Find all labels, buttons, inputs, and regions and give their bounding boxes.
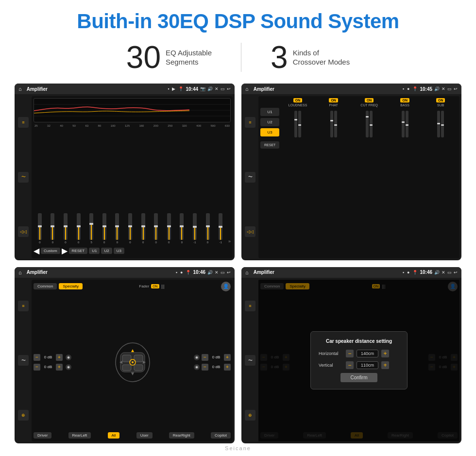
fader-on-btn[interactable]: ON	[151, 284, 159, 288]
play-mini-icon-1: ▶	[172, 86, 175, 91]
left-controls-3: ≡ 〜 ⊕	[17, 280, 30, 442]
channels-row: ON LOUDNESS ON PHAT	[281, 98, 458, 256]
back-icon-4[interactable]: ↩	[454, 270, 458, 275]
copilot-btn[interactable]: Copilot	[211, 432, 231, 439]
vol-label-1: 0 dB	[42, 355, 54, 359]
app-title-2: Amplifier	[254, 86, 400, 92]
phat-sliders	[330, 108, 337, 137]
eq-icon-btn[interactable]: ≡	[18, 117, 29, 128]
vol-btn-4[interactable]: ⊕	[245, 410, 255, 421]
rearright-btn[interactable]: RearRight	[169, 432, 194, 439]
camera-icon-1: 📷	[200, 86, 205, 91]
stat-item-eq: 30 EQ Adjustable Segments	[97, 42, 241, 73]
volume-icon-3: 🔊	[207, 270, 213, 275]
vol-btn-3[interactable]: ⊕	[18, 410, 29, 421]
horizontal-plus[interactable]: +	[381, 350, 389, 357]
home-icon-3[interactable]: ⌂	[18, 270, 22, 275]
vol-minus-3[interactable]: −	[202, 354, 208, 361]
screen1-content: ≡ 〜 ◁◁	[15, 94, 235, 260]
u1-btn-2[interactable]: U1	[260, 108, 279, 116]
eq-main: 25 32 40 50 63 80 100 125 160 200 250 32…	[32, 96, 233, 258]
wave-btn-2[interactable]: 〜	[245, 172, 255, 183]
vol-minus-4[interactable]: −	[202, 364, 208, 371]
volume-icon-1: 🔊	[207, 86, 213, 91]
wave-btn-3[interactable]: 〜	[18, 355, 29, 366]
vol-plus-3[interactable]: +	[224, 354, 231, 361]
app-title-1: Amplifier	[27, 86, 165, 92]
vol-minus-1[interactable]: −	[34, 354, 40, 361]
u1-btn-1[interactable]: U1	[89, 248, 100, 254]
horizontal-minus[interactable]: −	[346, 350, 354, 357]
dialog-row-horizontal: Horizontal − 140cm +	[319, 350, 399, 357]
wave-btn-4[interactable]: 〜	[245, 355, 255, 366]
bottom-controls-1: ◀ Custom ▶ RESET U1 U2 U3	[34, 245, 231, 256]
prev-btn[interactable]: ◀	[34, 246, 39, 255]
vol-plus-1[interactable]: +	[56, 354, 63, 361]
crossover-main: U1 U2 U3 RESET ON LOUDNESS	[258, 96, 459, 258]
vol-plus-4[interactable]: +	[224, 364, 231, 371]
home-icon-2[interactable]: ⌂	[245, 86, 249, 92]
reset-btn-2[interactable]: RESET	[260, 141, 279, 149]
user-avatar: 👤	[221, 282, 231, 291]
reset-btn-1[interactable]: RESET	[69, 248, 88, 254]
svg-rect-7	[122, 365, 131, 371]
vertical-plus[interactable]: +	[381, 361, 389, 369]
phat-on-btn[interactable]: ON	[329, 98, 338, 102]
location-icon-3: 📍	[186, 270, 191, 275]
close-icon-2[interactable]: ✕	[442, 86, 445, 91]
vol-row-1: − 0 dB + ◉	[34, 354, 71, 361]
u2-btn-1[interactable]: U2	[101, 248, 112, 254]
page-wrapper: Buith-in 30EQ DSP Sound System 30 EQ Adj…	[0, 0, 476, 456]
user-btn[interactable]: User	[136, 432, 153, 439]
vol-row-3: ◉ − 0 dB +	[194, 354, 231, 361]
slider-13: -1	[188, 213, 201, 244]
u3-btn-1[interactable]: U3	[114, 248, 124, 254]
volume-icon-4: 🔊	[434, 270, 440, 275]
car-svg	[111, 340, 154, 384]
vertical-minus[interactable]: −	[346, 361, 354, 369]
freq-labels: 25 32 40 50 63 80 100 125 160 200 250 32…	[34, 124, 231, 127]
vol-minus-2[interactable]: −	[34, 364, 40, 371]
u3-btn-2[interactable]: U3	[260, 128, 279, 136]
slider-8: 0	[124, 213, 136, 244]
specialty-tab[interactable]: Specialty	[59, 283, 82, 289]
close-icon-4[interactable]: ✕	[442, 270, 445, 275]
horizontal-label: Horizontal	[319, 351, 343, 356]
channel-sub: ON SUB	[424, 98, 458, 256]
play-btn[interactable]: ▶	[62, 246, 68, 255]
loudness-on-btn[interactable]: ON	[293, 98, 303, 102]
speaker-main: Common Specialty Fader ON ||| 👤	[32, 280, 233, 442]
back-icon-2[interactable]: ↩	[454, 86, 458, 91]
driver-btn[interactable]: Driver	[34, 432, 51, 439]
fader-area: Fader ON |||	[139, 284, 164, 289]
vol-btn-2[interactable]: ◁◁	[245, 226, 255, 237]
home-icon-1[interactable]: ⌂	[18, 86, 22, 92]
close-icon-3[interactable]: ✕	[215, 270, 219, 275]
status-bar-3: ⌂ Amplifier ▪ ● 📍 10:46 🔊 ✕ ▭ ↩	[15, 267, 235, 278]
cutfreq-on-btn[interactable]: ON	[365, 98, 374, 102]
cutfreq-sliders	[366, 108, 373, 137]
all-btn[interactable]: All	[108, 432, 120, 439]
u2-btn-2[interactable]: U2	[260, 118, 279, 126]
back-icon-3[interactable]: ↩	[227, 270, 231, 275]
slider-3: 0	[59, 213, 72, 244]
sub-on-btn[interactable]: ON	[436, 98, 445, 102]
left-controls-1: ≡ 〜 ◁◁	[17, 96, 30, 258]
back-icon-1[interactable]: ↩	[227, 86, 231, 91]
home-icon-4[interactable]: ⌂	[245, 270, 249, 275]
bass-on-btn[interactable]: ON	[400, 98, 409, 102]
eq-icon-btn-3[interactable]: ≡	[18, 301, 29, 311]
vol-down-btn[interactable]: ◁◁	[18, 226, 29, 237]
wave-icon-btn[interactable]: 〜	[18, 172, 29, 183]
slider-2: 0	[47, 213, 59, 244]
close-icon-1[interactable]: ✕	[215, 86, 219, 91]
vol-plus-2[interactable]: +	[56, 364, 63, 371]
confirm-button[interactable]: Confirm	[340, 373, 377, 382]
eq-icon-btn-4[interactable]: ≡	[245, 301, 255, 311]
slider-10: 0	[150, 213, 162, 244]
record-icon-2: ▪	[403, 86, 404, 91]
eq-icon-btn-2[interactable]: ≡	[245, 117, 255, 128]
vertical-value: 110cm	[357, 361, 378, 369]
common-tab[interactable]: Common	[34, 283, 57, 289]
rearleft-btn[interactable]: RearLeft	[68, 432, 91, 439]
